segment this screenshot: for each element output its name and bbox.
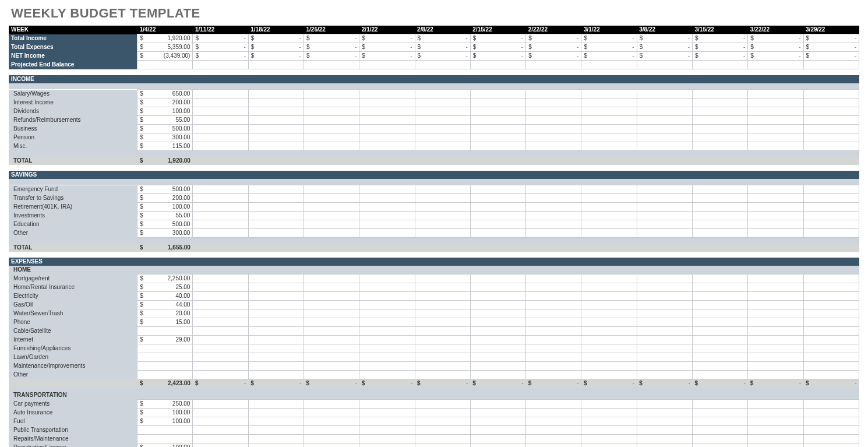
value-cell[interactable] bbox=[304, 220, 359, 229]
value-cell[interactable] bbox=[359, 327, 415, 336]
value-cell[interactable] bbox=[581, 435, 637, 444]
value-cell[interactable] bbox=[526, 353, 581, 362]
value-cell[interactable]: $200.00 bbox=[137, 98, 193, 107]
value-cell[interactable] bbox=[359, 301, 415, 309]
value-cell[interactable] bbox=[193, 274, 248, 283]
value-cell[interactable] bbox=[526, 194, 581, 203]
value-cell[interactable] bbox=[470, 435, 525, 444]
value-cell[interactable] bbox=[803, 426, 859, 435]
value-cell[interactable] bbox=[304, 344, 359, 353]
value-cell[interactable] bbox=[304, 90, 359, 98]
value-cell[interactable] bbox=[359, 61, 415, 69]
value-cell[interactable] bbox=[748, 409, 803, 417]
value-cell[interactable] bbox=[526, 229, 581, 238]
value-cell[interactable] bbox=[359, 194, 415, 203]
value-cell[interactable] bbox=[248, 61, 304, 69]
value-cell[interactable] bbox=[415, 116, 470, 125]
value-cell[interactable] bbox=[803, 371, 859, 379]
value-cell[interactable] bbox=[248, 116, 304, 125]
value-cell[interactable] bbox=[248, 362, 304, 371]
value-cell[interactable] bbox=[304, 133, 359, 142]
value-cell[interactable]: $- bbox=[637, 52, 692, 61]
value-cell[interactable] bbox=[526, 371, 581, 379]
value-cell[interactable] bbox=[415, 274, 470, 283]
value-cell[interactable] bbox=[637, 301, 692, 309]
value-cell[interactable] bbox=[470, 444, 525, 448]
value-cell[interactable] bbox=[248, 283, 304, 292]
value-cell[interactable] bbox=[248, 409, 304, 417]
value-cell[interactable] bbox=[415, 98, 470, 107]
value-cell[interactable] bbox=[581, 336, 637, 344]
value-cell[interactable] bbox=[748, 212, 803, 220]
value-cell[interactable] bbox=[415, 344, 470, 353]
value-cell[interactable] bbox=[470, 336, 525, 344]
value-cell[interactable] bbox=[637, 203, 692, 212]
value-cell[interactable] bbox=[748, 142, 803, 151]
value-cell[interactable] bbox=[748, 318, 803, 327]
value-cell[interactable]: $- bbox=[581, 34, 637, 43]
value-cell[interactable] bbox=[248, 185, 304, 194]
value-cell[interactable]: $15.00 bbox=[137, 318, 193, 327]
value-cell[interactable]: $115.00 bbox=[137, 142, 193, 151]
value-cell[interactable] bbox=[748, 426, 803, 435]
value-cell[interactable] bbox=[248, 220, 304, 229]
value-cell[interactable]: $- bbox=[193, 52, 248, 61]
value-cell[interactable] bbox=[692, 133, 747, 142]
value-cell[interactable] bbox=[470, 185, 525, 194]
value-cell[interactable] bbox=[193, 292, 248, 301]
value-cell[interactable]: $25.00 bbox=[137, 283, 193, 292]
value-cell[interactable] bbox=[415, 220, 470, 229]
value-cell[interactable] bbox=[526, 344, 581, 353]
value-cell[interactable] bbox=[526, 107, 581, 116]
value-cell[interactable]: $- bbox=[470, 379, 525, 388]
value-cell[interactable] bbox=[359, 142, 415, 151]
value-cell[interactable] bbox=[637, 116, 692, 125]
value-cell[interactable] bbox=[193, 107, 248, 116]
value-cell[interactable] bbox=[193, 203, 248, 212]
value-cell[interactable]: $- bbox=[248, 43, 304, 52]
value-cell[interactable] bbox=[193, 142, 248, 151]
value-cell[interactable] bbox=[526, 116, 581, 125]
value-cell[interactable] bbox=[581, 301, 637, 309]
value-cell[interactable]: $29.00 bbox=[137, 336, 193, 344]
value-cell[interactable] bbox=[748, 90, 803, 98]
value-cell[interactable] bbox=[415, 107, 470, 116]
value-cell[interactable] bbox=[415, 444, 470, 448]
value-cell[interactable] bbox=[470, 194, 525, 203]
value-cell[interactable] bbox=[581, 229, 637, 238]
value-cell[interactable]: $- bbox=[748, 52, 803, 61]
value-cell[interactable] bbox=[692, 353, 747, 362]
value-cell[interactable]: $- bbox=[415, 34, 470, 43]
value-cell[interactable]: $(3,439.00) bbox=[137, 52, 193, 61]
value-cell[interactable]: $- bbox=[248, 34, 304, 43]
value-cell[interactable] bbox=[304, 116, 359, 125]
value-cell[interactable]: $200.00 bbox=[137, 194, 193, 203]
value-cell[interactable]: $- bbox=[470, 43, 525, 52]
value-cell[interactable]: $- bbox=[748, 379, 803, 388]
value-cell[interactable] bbox=[692, 220, 747, 229]
value-cell[interactable] bbox=[359, 417, 415, 426]
value-cell[interactable] bbox=[415, 362, 470, 371]
value-cell[interactable] bbox=[193, 409, 248, 417]
value-cell[interactable] bbox=[304, 353, 359, 362]
value-cell[interactable] bbox=[359, 435, 415, 444]
value-cell[interactable] bbox=[415, 283, 470, 292]
value-cell[interactable] bbox=[581, 444, 637, 448]
value-cell[interactable] bbox=[637, 362, 692, 371]
value-cell[interactable] bbox=[248, 90, 304, 98]
value-cell[interactable] bbox=[526, 133, 581, 142]
value-cell[interactable] bbox=[581, 292, 637, 301]
value-cell[interactable]: $- bbox=[803, 43, 859, 52]
value-cell[interactable] bbox=[748, 133, 803, 142]
value-cell[interactable] bbox=[304, 327, 359, 336]
value-cell[interactable] bbox=[248, 309, 304, 318]
value-cell[interactable] bbox=[526, 309, 581, 318]
value-cell[interactable] bbox=[248, 444, 304, 448]
value-cell[interactable]: $- bbox=[304, 379, 359, 388]
value-cell[interactable]: $- bbox=[304, 34, 359, 43]
value-cell[interactable]: $- bbox=[359, 379, 415, 388]
value-cell[interactable] bbox=[637, 185, 692, 194]
value-cell[interactable] bbox=[415, 292, 470, 301]
value-cell[interactable] bbox=[803, 362, 859, 371]
value-cell[interactable]: $1,920.00 bbox=[137, 157, 193, 165]
